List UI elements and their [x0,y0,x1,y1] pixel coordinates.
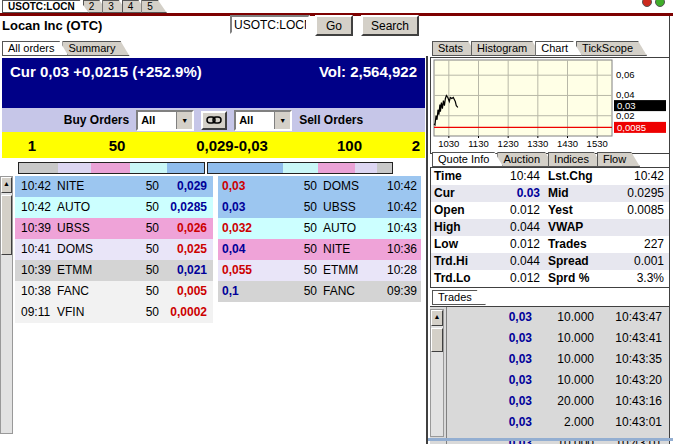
bid-count: 1 [2,137,62,154]
sell-order-row[interactable]: 0,05550ETMM10:28 [218,260,421,281]
current-price-label: 0,03 [617,100,636,111]
quote-info-table: Time10:44Lst.Chg10:42Cur0.03Mid0.0295Ope… [430,167,670,288]
trade-price: 0,03 [447,349,532,370]
buy-filter-select[interactable]: All ▼ [136,110,194,131]
go-button[interactable]: Go [315,15,353,36]
buy-order-row[interactable]: 10:38FANC500,005 [15,281,213,302]
ask-size: 100 [292,137,407,154]
sell-filter-select[interactable]: All ▼ [234,110,292,131]
tab-trades[interactable]: Trades [432,290,486,305]
quote-value: 0.012 [483,270,545,287]
quote-value: 3.3% [609,270,669,287]
tab-flow[interactable]: Flow [597,152,640,167]
symbol-input[interactable] [230,15,310,34]
scrollbar-thumb[interactable] [431,328,443,352]
trading-app-window: USOTC:LOCN2345 Locan Inc (OTC) Go Search… [0,0,673,444]
panel-divider [426,56,428,444]
trade-row[interactable]: 0,0310.00010:43:35 [447,349,670,370]
trade-time: 10:43:35 [594,349,670,370]
order-time: 10:38 [15,281,57,302]
orders-scrollbar[interactable]: ▲ [0,176,13,434]
trades-panel: ▲ 0,0310.00010:43:470,0310.00010:43:410,… [430,306,669,444]
market-maker: FANC [57,281,113,302]
quote-value: 0.03 [483,185,545,202]
buy-order-row[interactable]: 10:39UBSS500,026 [15,218,213,239]
tab-histogram[interactable]: Histogram [471,41,541,56]
trade-time: 10:43:01 [594,412,670,433]
trade-row[interactable]: 0,032.00010:43:01 [447,412,670,433]
order-size: 50 [113,302,169,323]
order-price: 0,021 [169,260,213,281]
scroll-up-icon[interactable]: ▲ [1,177,12,193]
tab-chart[interactable]: Chart [535,41,582,56]
quote-value: 10:44 [483,168,545,185]
quote-value: 0.0085 [609,202,669,219]
quote-info-tab-strip: Quote InfoAuctionIndicesFlow [432,152,634,167]
tab-summary[interactable]: Summary [62,41,129,56]
quote-info-row: Trd.Lo0.012Sprd %3.3% [431,270,669,287]
trades-scrollbar[interactable]: ▲ [430,309,444,437]
depth-segment [167,163,204,173]
trade-time: 10:43:20 [594,370,670,391]
sell-order-row[interactable]: 0,03250AUTO10:43 [218,218,421,239]
sell-order-row[interactable]: 0,0450NITE10:36 [218,239,421,260]
quote-label: Trd.Lo [431,270,483,287]
quote-value: 0.012 [483,236,545,253]
trade-price: 0,03 [447,370,532,391]
order-time: 10:42 [15,176,57,197]
buy-order-row[interactable]: 10:42AUTO500,0285 [15,197,213,218]
chart-x-label: 1330 [527,138,548,149]
sell-order-row[interactable]: 0,0350DOMS10:42 [218,176,421,197]
order-filter-row: Buy Orders All ▼ All ▼ Sell Orders [2,108,425,132]
order-time: 10:28 [375,260,421,281]
order-size: 50 [113,176,169,197]
prev-close-label: 0,0085 [617,122,646,133]
trade-row[interactable]: 0,0310.00010:43:41 [447,328,670,349]
quote-info-row: Time10:44Lst.Chg10:42 [431,168,669,185]
market-maker: DOMS [323,176,375,197]
market-maker: VFIN [57,302,113,323]
buy-order-row[interactable]: 10:39ETMM500,021 [15,260,213,281]
quote-value: 0.001 [609,253,669,270]
trade-row[interactable]: 0,0320.00010:43:16 [447,391,670,412]
order-size: 50 [113,197,169,218]
search-button[interactable]: Search [361,15,419,36]
sell-order-row[interactable]: 0,150FANC09:39 [218,281,421,302]
chevron-down-icon[interactable]: ▼ [176,112,192,129]
trade-size: 20.000 [532,391,594,412]
depth-segment [19,163,58,173]
tab-indices[interactable]: Indices [548,152,603,167]
order-time: 10:41 [15,239,57,260]
tab-stats[interactable]: Stats [432,41,477,56]
buy-orders-label: Buy Orders [64,113,129,127]
trade-row[interactable]: 0,0310.00010:43:47 [447,307,670,328]
quote-value: 0.012 [483,202,545,219]
market-maker: UBSS [57,218,113,239]
window-tab-usotc:locn[interactable]: USOTC:LOCN [2,0,89,13]
quote-info-row: Cur0.03Mid0.0295 [431,185,669,202]
scrollbar-thumb[interactable] [1,195,12,255]
tab-auction[interactable]: Auction [497,152,554,167]
tab-tickscope[interactable]: TickScope [576,41,647,56]
tab-quote-info[interactable]: Quote Info [432,152,503,167]
scroll-up-icon[interactable]: ▲ [431,310,443,326]
window-tab-5[interactable]: 5 [141,0,167,13]
quote-info-row: Trd.Hi0.044Spread0.001 [431,253,669,270]
sell-order-row[interactable]: 0,0350UBSS10:42 [218,197,421,218]
chart-y-label: 0,04 [616,89,635,100]
buy-order-row[interactable]: 10:41DOMS500,025 [15,239,213,260]
chevron-down-icon[interactable]: ▼ [274,112,290,129]
chart-y-label: 0,02 [616,110,635,121]
link-filters-button[interactable] [201,111,227,130]
quote-label: Mid [545,185,609,202]
buy-order-row[interactable]: 09:11VFIN500,0002 [15,302,213,323]
trade-time: 10:43:41 [594,328,670,349]
order-size: 50 [113,260,169,281]
tab-all-orders[interactable]: All orders [2,41,68,56]
quote-label: VWAP [545,219,609,236]
window-tab-strip: USOTC:LOCN2345 [2,0,161,13]
quote-value [609,219,669,236]
trade-row[interactable]: 0,0310.00010:43:20 [447,370,670,391]
quote-label: Spread [545,253,609,270]
buy-order-row[interactable]: 10:42NITE500,029 [15,176,213,197]
